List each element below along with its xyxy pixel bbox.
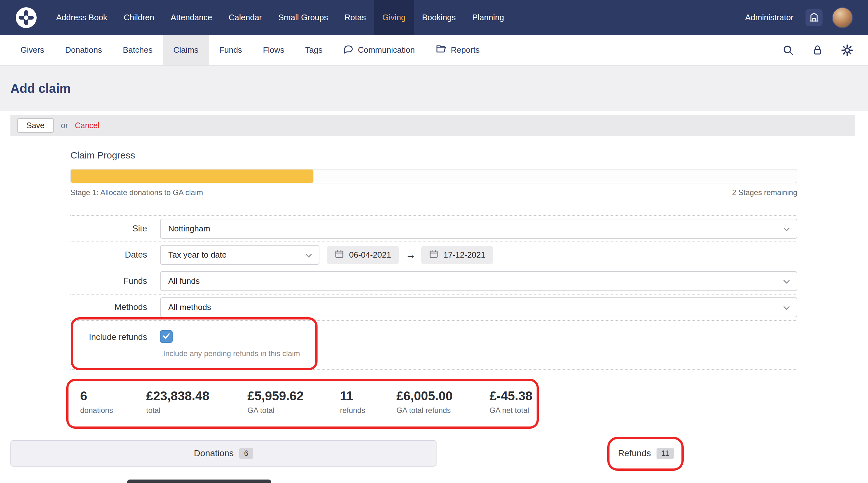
stat-label: GA total (247, 406, 340, 415)
site-select[interactable]: Nottingham (160, 219, 797, 239)
subnav-item-batches[interactable]: Batches (112, 35, 163, 65)
save-button[interactable]: Save (17, 118, 54, 133)
tab-label: Donations (194, 448, 234, 458)
dates-range-select[interactable]: Tax year to date (160, 245, 319, 265)
subnav-item-claims[interactable]: Claims (163, 35, 209, 65)
progress-stage-label: Stage 1: Allocate donations to GA claim (70, 188, 203, 197)
calendar-icon (429, 249, 438, 261)
topnav-item-small-groups[interactable]: Small Groups (270, 0, 337, 35)
topnav-item-address-book[interactable]: Address Book (48, 0, 116, 35)
date-from-input[interactable]: 06-04-2021 (327, 246, 399, 264)
stat-ga-total-refunds: £6,005.00 GA total refunds (397, 389, 490, 415)
cancel-link[interactable]: Cancel (75, 121, 99, 130)
funds-row: Funds All funds (70, 268, 797, 294)
date-to-value: 17-12-2021 (443, 250, 486, 260)
stat-value: £5,959.62 (247, 389, 340, 403)
tab-donations[interactable]: Donations 6 (10, 440, 436, 466)
include-refunds-row: Include refunds Include any pending refu… (70, 320, 797, 370)
methods-select-value: All methods (168, 302, 211, 312)
topnav-item-bookings[interactable]: Bookings (414, 0, 464, 35)
calendar-icon (335, 249, 344, 261)
giving-sub-navbar: Givers Donations Batches Claims Funds Fl… (0, 35, 868, 66)
topnav-item-rotas[interactable]: Rotas (336, 0, 374, 35)
stat-value: 11 (340, 389, 397, 403)
or-label: or (61, 121, 68, 130)
dates-select-value: Tax year to date (168, 250, 227, 260)
page-header: Add claim (0, 66, 868, 111)
claim-progress-bar (70, 169, 797, 183)
user-menu[interactable]: Administrator (745, 12, 794, 22)
stat-value: £23,838.48 (146, 389, 247, 403)
churchsuite-logo-icon[interactable] (15, 7, 37, 29)
tab-label: Refunds (618, 448, 651, 458)
stat-label: refunds (340, 406, 397, 415)
stat-ga-total: £5,959.62 GA total (247, 389, 340, 415)
stat-label: GA net total (490, 406, 584, 415)
stat-value: 6 (80, 389, 146, 403)
avatar[interactable] (832, 7, 853, 28)
methods-label: Methods (70, 302, 147, 312)
funds-label: Funds (70, 276, 147, 286)
subnav-item-givers[interactable]: Givers (10, 35, 55, 65)
chevron-down-icon (304, 251, 313, 262)
subnav-item-label: Communication (358, 45, 415, 55)
stat-value: £-45.38 (490, 389, 584, 403)
include-refunds-label: Include refunds (70, 330, 147, 344)
funds-select[interactable]: All funds (160, 271, 797, 291)
subnav-item-funds[interactable]: Funds (209, 35, 252, 65)
actions-toolbar: Save or Cancel (10, 115, 856, 136)
chevron-down-icon (782, 225, 791, 236)
claim-progress-title: Claim Progress (70, 150, 797, 161)
topnav-item-children[interactable]: Children (116, 0, 162, 35)
subnav-item-reports[interactable]: Reports (425, 35, 490, 65)
claim-summary-stats: 6 donations £23,838.48 total £5,959.62 G… (70, 370, 797, 415)
methods-select[interactable]: All methods (160, 297, 797, 317)
lock-icon[interactable] (812, 44, 823, 56)
stat-donations: 6 donations (80, 389, 146, 415)
tab-refunds[interactable]: Refunds 11 (436, 440, 856, 466)
subnav-item-communication[interactable]: Communication (333, 35, 426, 65)
chevron-down-icon (782, 277, 791, 288)
progress-remaining-label: 2 Stages remaining (732, 188, 797, 197)
include-refunds-checkbox[interactable] (160, 330, 173, 343)
date-from-value: 06-04-2021 (349, 250, 391, 260)
topnav-item-giving[interactable]: Giving (374, 0, 414, 35)
subnav-item-flows[interactable]: Flows (252, 35, 295, 65)
claim-form: Claim Progress Stage 1: Allocate donatio… (70, 150, 797, 415)
stat-label: GA total refunds (397, 406, 490, 415)
site-select-value: Nottingham (168, 224, 210, 234)
app-screen: Address Book Children Attendance Calenda… (0, 0, 868, 483)
stat-label: donations (80, 406, 146, 415)
subnav-item-label: Reports (451, 45, 479, 55)
refunds-count-badge: 11 (656, 448, 674, 459)
page-title: Add claim (10, 82, 71, 96)
subnav-item-tags[interactable]: Tags (295, 35, 333, 65)
stat-value: £6,005.00 (397, 389, 490, 403)
top-navbar: Address Book Children Attendance Calenda… (0, 0, 868, 35)
date-range-arrow: → (406, 249, 416, 261)
chevron-down-icon (782, 303, 791, 314)
stat-total: £23,838.48 total (146, 389, 247, 415)
partial-table-edge (127, 480, 271, 483)
funds-select-value: All funds (168, 276, 200, 286)
stat-ga-net-total: £-45.38 GA net total (490, 389, 584, 415)
organisation-button[interactable] (806, 9, 823, 26)
progress-fill (71, 170, 313, 183)
date-to-input[interactable]: 17-12-2021 (422, 246, 493, 264)
topnav-item-planning[interactable]: Planning (464, 0, 512, 35)
gear-icon[interactable] (841, 44, 854, 57)
include-refunds-help: Include any pending refunds in this clai… (163, 349, 300, 358)
dates-row: Dates Tax year to date 06-04-2021 → (70, 241, 797, 268)
topnav-item-calendar[interactable]: Calendar (220, 0, 270, 35)
stat-refunds: 11 refunds (340, 389, 397, 415)
check-icon (162, 331, 171, 341)
topnav-item-attendance[interactable]: Attendance (162, 0, 221, 35)
chat-icon (343, 44, 353, 56)
methods-row: Methods All methods (70, 294, 797, 320)
site-row: Site Nottingham (70, 215, 797, 241)
building-icon (809, 12, 819, 24)
subnav-item-donations[interactable]: Donations (55, 35, 112, 65)
search-icon[interactable] (782, 44, 794, 56)
results-tabs: Donations 6 Refunds 11 (10, 440, 856, 466)
site-label: Site (70, 224, 147, 234)
